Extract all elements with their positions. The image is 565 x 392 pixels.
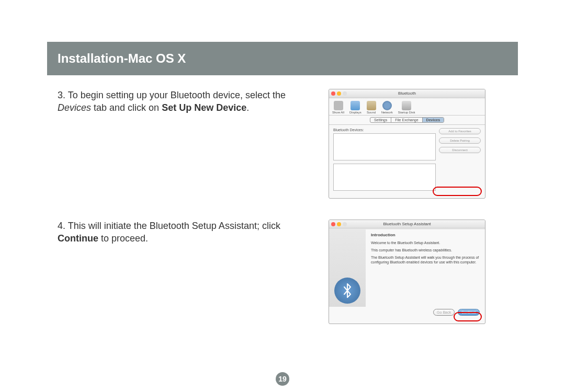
add-to-favorites-button[interactable]: Add to Favorites xyxy=(439,128,481,134)
tab-settings[interactable]: Settings xyxy=(370,118,391,122)
delete-pairing-button[interactable]: Delete Pairing xyxy=(439,137,481,144)
step-3-text-c: . xyxy=(246,102,249,113)
device-info-box xyxy=(333,164,436,191)
screenshot-bluetooth-prefs: Bluetooth Show All Displays Sound Networ… xyxy=(329,89,485,199)
step-4-text-b: to proceed. xyxy=(98,233,148,244)
window-titlebar-b: Bluetooth Setup Assistant xyxy=(329,220,485,228)
step-3-text-a: To begin setting up your Bluetooth devic… xyxy=(68,90,286,100)
step-3-bold: Set Up New Device xyxy=(162,102,246,113)
tab-devices[interactable]: Devices xyxy=(423,118,444,122)
toolbar-displays[interactable]: Displays xyxy=(349,101,361,114)
devices-list-label: Bluetooth Devices: xyxy=(333,128,436,132)
assistant-p1: Welcome to the Bluetooth Setup Assistant… xyxy=(371,240,480,245)
step-3-number: 3. xyxy=(58,90,65,100)
prefs-toolbar: Show All Displays Sound Network Startup … xyxy=(329,98,485,116)
disconnect-button[interactable]: Disconnect xyxy=(439,147,481,153)
tabs-row: Settings File Exchange Devices xyxy=(329,116,485,125)
toolbar-startup-disk[interactable]: Startup Disk xyxy=(398,101,415,114)
window-titlebar: Bluetooth xyxy=(329,89,485,98)
step-3-text-b: tab and click on xyxy=(91,102,162,113)
highlight-oval-setup xyxy=(433,187,482,196)
step-3-text: 3. To begin setting up your Bluetooth de… xyxy=(47,89,314,114)
step-4-text-a: This will initiate the Bluetooth Setup A… xyxy=(68,221,280,231)
devices-listbox[interactable] xyxy=(333,133,436,160)
toolbar-sound[interactable]: Sound xyxy=(367,101,376,114)
assistant-p3: The Bluetooth Setup Assistant will walk … xyxy=(371,255,480,264)
step-4-text: 4. This will initiate the Bluetooth Setu… xyxy=(47,220,314,245)
go-back-button[interactable]: Go Back xyxy=(433,309,455,316)
window-title: Bluetooth xyxy=(329,91,485,96)
bluetooth-icon xyxy=(334,278,360,304)
step-4-bold: Continue xyxy=(58,233,98,244)
tab-file-exchange[interactable]: File Exchange xyxy=(391,118,422,122)
step-3: 3. To begin setting up your Bluetooth de… xyxy=(47,89,518,199)
window-title-b: Bluetooth Setup Assistant xyxy=(329,222,485,226)
assistant-sidebar xyxy=(329,228,366,307)
assistant-p2: This computer has Bluetooth wireless cap… xyxy=(371,248,480,252)
page-title: Installation-Mac OS X xyxy=(47,42,518,75)
screenshot-setup-assistant: Bluetooth Setup Assistant Introduction W… xyxy=(329,220,485,324)
assistant-heading: Introduction xyxy=(371,233,480,237)
highlight-oval-continue xyxy=(454,312,482,321)
step-4-number: 4. xyxy=(58,221,65,231)
step-4: 4. This will initiate the Bluetooth Setu… xyxy=(47,220,518,324)
page-number-badge: 19 xyxy=(276,372,289,386)
toolbar-show-all[interactable]: Show All xyxy=(332,101,344,114)
setup-new-device-button[interactable]: Set Up New Device... xyxy=(438,198,481,199)
toolbar-network[interactable]: Network xyxy=(381,101,393,114)
step-3-italic: Devices xyxy=(58,102,91,113)
